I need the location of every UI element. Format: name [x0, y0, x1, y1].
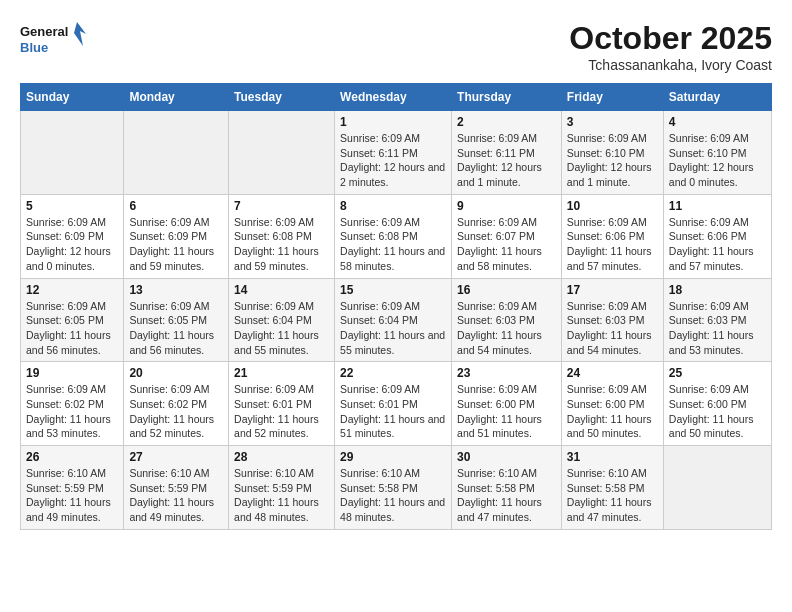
day-info: Sunrise: 6:10 AMSunset: 5:59 PMDaylight:… [26, 466, 118, 525]
day-info: Sunrise: 6:09 AMSunset: 6:00 PMDaylight:… [457, 382, 556, 441]
day-info: Sunrise: 6:10 AMSunset: 5:58 PMDaylight:… [567, 466, 658, 525]
day-number: 23 [457, 366, 556, 380]
day-info: Sunrise: 6:09 AMSunset: 6:04 PMDaylight:… [340, 299, 446, 358]
day-info: Sunrise: 6:09 AMSunset: 6:01 PMDaylight:… [234, 382, 329, 441]
day-number: 16 [457, 283, 556, 297]
day-cell: 27Sunrise: 6:10 AMSunset: 5:59 PMDayligh… [124, 446, 229, 530]
day-info: Sunrise: 6:09 AMSunset: 6:06 PMDaylight:… [669, 215, 766, 274]
day-info: Sunrise: 6:09 AMSunset: 6:10 PMDaylight:… [669, 131, 766, 190]
week-row-1: 1Sunrise: 6:09 AMSunset: 6:11 PMDaylight… [21, 111, 772, 195]
day-info: Sunrise: 6:09 AMSunset: 6:07 PMDaylight:… [457, 215, 556, 274]
day-cell: 25Sunrise: 6:09 AMSunset: 6:00 PMDayligh… [663, 362, 771, 446]
day-info: Sunrise: 6:09 AMSunset: 6:03 PMDaylight:… [457, 299, 556, 358]
day-cell: 7Sunrise: 6:09 AMSunset: 6:08 PMDaylight… [229, 194, 335, 278]
col-header-thursday: Thursday [452, 84, 562, 111]
col-header-tuesday: Tuesday [229, 84, 335, 111]
day-info: Sunrise: 6:09 AMSunset: 6:06 PMDaylight:… [567, 215, 658, 274]
day-cell [124, 111, 229, 195]
day-cell: 11Sunrise: 6:09 AMSunset: 6:06 PMDayligh… [663, 194, 771, 278]
day-info: Sunrise: 6:09 AMSunset: 6:11 PMDaylight:… [340, 131, 446, 190]
day-cell: 30Sunrise: 6:10 AMSunset: 5:58 PMDayligh… [452, 446, 562, 530]
day-info: Sunrise: 6:09 AMSunset: 6:11 PMDaylight:… [457, 131, 556, 190]
day-cell: 13Sunrise: 6:09 AMSunset: 6:05 PMDayligh… [124, 278, 229, 362]
col-header-saturday: Saturday [663, 84, 771, 111]
day-info: Sunrise: 6:10 AMSunset: 5:59 PMDaylight:… [129, 466, 223, 525]
day-cell: 26Sunrise: 6:10 AMSunset: 5:59 PMDayligh… [21, 446, 124, 530]
day-number: 10 [567, 199, 658, 213]
month-title: October 2025 [569, 20, 772, 57]
day-number: 17 [567, 283, 658, 297]
day-info: Sunrise: 6:09 AMSunset: 6:05 PMDaylight:… [26, 299, 118, 358]
week-row-2: 5Sunrise: 6:09 AMSunset: 6:09 PMDaylight… [21, 194, 772, 278]
day-cell: 19Sunrise: 6:09 AMSunset: 6:02 PMDayligh… [21, 362, 124, 446]
day-info: Sunrise: 6:09 AMSunset: 6:02 PMDaylight:… [26, 382, 118, 441]
day-number: 22 [340, 366, 446, 380]
day-cell: 21Sunrise: 6:09 AMSunset: 6:01 PMDayligh… [229, 362, 335, 446]
day-cell: 4Sunrise: 6:09 AMSunset: 6:10 PMDaylight… [663, 111, 771, 195]
day-number: 30 [457, 450, 556, 464]
day-number: 11 [669, 199, 766, 213]
day-cell [229, 111, 335, 195]
day-info: Sunrise: 6:09 AMSunset: 6:00 PMDaylight:… [567, 382, 658, 441]
day-cell: 22Sunrise: 6:09 AMSunset: 6:01 PMDayligh… [335, 362, 452, 446]
week-row-5: 26Sunrise: 6:10 AMSunset: 5:59 PMDayligh… [21, 446, 772, 530]
day-info: Sunrise: 6:09 AMSunset: 6:09 PMDaylight:… [129, 215, 223, 274]
day-info: Sunrise: 6:09 AMSunset: 6:04 PMDaylight:… [234, 299, 329, 358]
col-header-monday: Monday [124, 84, 229, 111]
day-cell: 6Sunrise: 6:09 AMSunset: 6:09 PMDaylight… [124, 194, 229, 278]
day-number: 12 [26, 283, 118, 297]
location-subtitle: Tchassanankaha, Ivory Coast [569, 57, 772, 73]
day-cell: 18Sunrise: 6:09 AMSunset: 6:03 PMDayligh… [663, 278, 771, 362]
day-number: 21 [234, 366, 329, 380]
day-number: 5 [26, 199, 118, 213]
day-info: Sunrise: 6:09 AMSunset: 6:01 PMDaylight:… [340, 382, 446, 441]
day-number: 2 [457, 115, 556, 129]
day-cell: 23Sunrise: 6:09 AMSunset: 6:00 PMDayligh… [452, 362, 562, 446]
day-cell: 20Sunrise: 6:09 AMSunset: 6:02 PMDayligh… [124, 362, 229, 446]
day-number: 9 [457, 199, 556, 213]
calendar-table: SundayMondayTuesdayWednesdayThursdayFrid… [20, 83, 772, 530]
day-number: 15 [340, 283, 446, 297]
day-cell: 10Sunrise: 6:09 AMSunset: 6:06 PMDayligh… [561, 194, 663, 278]
title-area: October 2025 Tchassanankaha, Ivory Coast [569, 20, 772, 73]
day-number: 29 [340, 450, 446, 464]
week-row-3: 12Sunrise: 6:09 AMSunset: 6:05 PMDayligh… [21, 278, 772, 362]
day-info: Sunrise: 6:09 AMSunset: 6:10 PMDaylight:… [567, 131, 658, 190]
day-info: Sunrise: 6:09 AMSunset: 6:03 PMDaylight:… [669, 299, 766, 358]
day-number: 14 [234, 283, 329, 297]
day-number: 19 [26, 366, 118, 380]
logo-svg: General Blue [20, 20, 90, 60]
day-cell: 8Sunrise: 6:09 AMSunset: 6:08 PMDaylight… [335, 194, 452, 278]
col-header-friday: Friday [561, 84, 663, 111]
day-info: Sunrise: 6:09 AMSunset: 6:05 PMDaylight:… [129, 299, 223, 358]
col-header-sunday: Sunday [21, 84, 124, 111]
day-info: Sunrise: 6:09 AMSunset: 6:00 PMDaylight:… [669, 382, 766, 441]
day-cell: 1Sunrise: 6:09 AMSunset: 6:11 PMDaylight… [335, 111, 452, 195]
day-number: 7 [234, 199, 329, 213]
svg-marker-2 [74, 22, 86, 46]
day-cell: 9Sunrise: 6:09 AMSunset: 6:07 PMDaylight… [452, 194, 562, 278]
day-info: Sunrise: 6:09 AMSunset: 6:08 PMDaylight:… [234, 215, 329, 274]
header: General Blue October 2025 Tchassanankaha… [20, 20, 772, 73]
week-row-4: 19Sunrise: 6:09 AMSunset: 6:02 PMDayligh… [21, 362, 772, 446]
day-info: Sunrise: 6:09 AMSunset: 6:02 PMDaylight:… [129, 382, 223, 441]
day-cell: 2Sunrise: 6:09 AMSunset: 6:11 PMDaylight… [452, 111, 562, 195]
day-cell [663, 446, 771, 530]
day-info: Sunrise: 6:10 AMSunset: 5:58 PMDaylight:… [457, 466, 556, 525]
day-number: 3 [567, 115, 658, 129]
day-number: 26 [26, 450, 118, 464]
day-number: 28 [234, 450, 329, 464]
day-number: 1 [340, 115, 446, 129]
day-cell: 29Sunrise: 6:10 AMSunset: 5:58 PMDayligh… [335, 446, 452, 530]
day-info: Sunrise: 6:09 AMSunset: 6:08 PMDaylight:… [340, 215, 446, 274]
day-cell: 14Sunrise: 6:09 AMSunset: 6:04 PMDayligh… [229, 278, 335, 362]
day-number: 20 [129, 366, 223, 380]
day-cell: 5Sunrise: 6:09 AMSunset: 6:09 PMDaylight… [21, 194, 124, 278]
day-cell: 28Sunrise: 6:10 AMSunset: 5:59 PMDayligh… [229, 446, 335, 530]
day-info: Sunrise: 6:09 AMSunset: 6:09 PMDaylight:… [26, 215, 118, 274]
header-row: SundayMondayTuesdayWednesdayThursdayFrid… [21, 84, 772, 111]
svg-text:General: General [20, 24, 68, 39]
day-number: 24 [567, 366, 658, 380]
day-number: 25 [669, 366, 766, 380]
day-cell: 17Sunrise: 6:09 AMSunset: 6:03 PMDayligh… [561, 278, 663, 362]
